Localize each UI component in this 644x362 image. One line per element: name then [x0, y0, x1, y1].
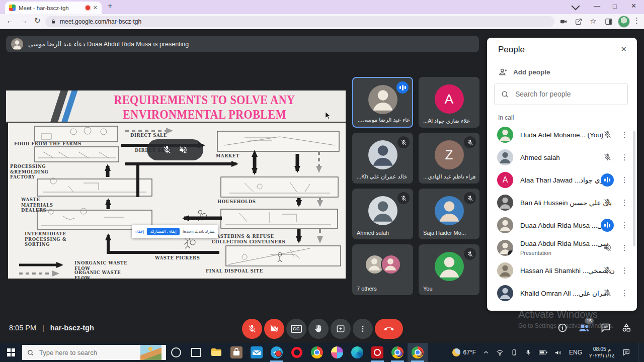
people-search-input[interactable]	[514, 89, 621, 99]
window-close-button[interactable]: ✕	[631, 2, 636, 10]
opera-button[interactable]	[287, 343, 307, 362]
share-icon[interactable]	[575, 18, 583, 26]
acrobat-button[interactable]	[367, 343, 387, 362]
audio-off-icon	[601, 243, 614, 252]
bookmark-star-icon[interactable]: ☆	[590, 17, 596, 26]
mail-button[interactable]	[247, 343, 267, 362]
tile-name: You	[423, 286, 433, 292]
participant-row[interactable]: Duaa Abdul Rida Musa ...سى ⋮	[487, 214, 637, 236]
tab-close-icon[interactable]: ✕	[93, 5, 98, 11]
tray-chevron-icon[interactable]	[483, 349, 489, 355]
row-menu-kebab-icon[interactable]: ⋮	[621, 175, 628, 185]
new-tab-button[interactable]: +	[108, 2, 112, 11]
forward-icon[interactable]: →	[20, 16, 28, 25]
tile-you[interactable]: You	[419, 244, 479, 295]
video-tiles-grid: ...عاء عبد الرضا موسى A ...Al علاء ضاري …	[352, 77, 480, 295]
info-icon[interactable]	[557, 323, 568, 333]
tray-date: ٢٠٢٣/١١/١٤	[589, 352, 615, 359]
tile-zahraa[interactable]: Z ...هراء ناظم عبد الهادي	[419, 133, 479, 184]
browser-menu-kebab-icon[interactable]: ⋮	[633, 16, 640, 25]
reload-icon[interactable]: ↻	[34, 16, 41, 25]
present-button[interactable]	[331, 319, 351, 339]
clock-time: 8:05 PM	[9, 324, 36, 332]
participant-row[interactable]: Ban Ali Hussein بان علي حسين ⋮	[487, 191, 637, 214]
mic-off-icon	[397, 136, 410, 148]
battery-icon[interactable]	[539, 349, 547, 356]
profile-avatar[interactable]	[618, 16, 630, 28]
show-desktop-button[interactable]	[638, 343, 641, 362]
cortana-button[interactable]	[166, 343, 186, 362]
add-people-button[interactable]: Add people	[498, 67, 550, 77]
mic-toggle-button[interactable]	[242, 319, 262, 339]
telegram-button[interactable]	[267, 343, 287, 362]
mic-tray-icon[interactable]	[525, 349, 532, 356]
chrome-active-button[interactable]	[408, 343, 428, 362]
mouse-cursor-icon	[325, 112, 332, 120]
tile-saja[interactable]: Saja Haider Mo...	[419, 189, 479, 239]
weather-widget[interactable]: 67°F	[452, 348, 476, 356]
phone-link-icon[interactable]	[511, 349, 518, 356]
tile-ahmed[interactable]: Ahmed salah	[352, 189, 413, 239]
browser-tab[interactable]: Meet - har-bscz-tgh ✕	[5, 2, 102, 14]
hide-share-bar-link[interactable]: إخفاء	[135, 229, 144, 234]
stop-sharing-button[interactable]: إيقاف المشاركة	[147, 228, 179, 235]
tray-clock[interactable]: 08:05 م ٢٠٢٣/١١/١٤	[589, 346, 615, 359]
chrome-button[interactable]	[307, 343, 327, 362]
task-view-button[interactable]	[186, 343, 206, 362]
side-panel-icon[interactable]	[605, 18, 613, 26]
chat-icon[interactable]	[601, 323, 611, 333]
edge-button[interactable]	[347, 343, 367, 362]
participant-row[interactable]: Ahmed salah ⋮	[487, 146, 637, 168]
volume-icon[interactable]	[554, 349, 562, 356]
weather-icon	[452, 348, 460, 356]
camera-icon[interactable]	[559, 18, 568, 26]
notification-center-button[interactable]	[622, 348, 631, 356]
row-menu-kebab-icon[interactable]: ⋮	[621, 221, 628, 230]
captions-button[interactable]: CC	[286, 319, 306, 339]
participant-row-presentation[interactable]: Duaa Abdul Rida Musa ...سى Presentation …	[487, 236, 637, 259]
store-button[interactable]	[226, 343, 247, 362]
raise-hand-button[interactable]	[308, 319, 329, 339]
camera-toggle-button[interactable]	[264, 319, 284, 339]
chrome-profile2-button[interactable]	[387, 343, 408, 362]
row-menu-kebab-icon[interactable]: ⋮	[621, 289, 628, 298]
end-call-button[interactable]	[375, 319, 403, 339]
participant-name: Duaa Abdul Rida Musa ...سى	[520, 240, 609, 247]
people-panel: People ✕ Add people In call Huda Adel Mo…	[487, 38, 637, 311]
participant-row[interactable]: Hassan Ali Shamkhi ...ن شمخي ⋮	[487, 259, 637, 282]
participant-row[interactable]: A Alaa Thari Jawad ...اري جواد ⋮	[487, 168, 637, 191]
row-menu-kebab-icon[interactable]: ⋮	[621, 153, 628, 162]
back-icon[interactable]: ←	[6, 16, 14, 25]
people-search[interactable]	[494, 83, 628, 105]
participant-row[interactable]: Huda Adel Mohame... (You) ⋮	[487, 123, 637, 146]
file-explorer-button[interactable]	[206, 343, 226, 362]
taskbar-search-input[interactable]	[38, 348, 136, 357]
close-panel-icon[interactable]: ✕	[620, 45, 627, 54]
wifi-icon[interactable]	[496, 349, 504, 356]
participant-row[interactable]: Khalid Omran Ali ...مران علي ⋮	[487, 282, 637, 304]
window-minimize-button[interactable]: —	[594, 2, 600, 10]
people-panel-button[interactable]: 15	[578, 322, 590, 334]
row-menu-kebab-icon[interactable]: ⋮	[621, 130, 628, 139]
more-options-button[interactable]	[353, 319, 373, 339]
taskbar-search[interactable]	[22, 345, 166, 360]
presenting-banner-text: دعاء عبد الرضا موسى Duaa Abdul Rida Musa…	[28, 40, 189, 48]
activities-icon[interactable]	[621, 323, 631, 333]
row-menu-kebab-icon[interactable]: ⋮	[621, 198, 628, 207]
row-menu-kebab-icon[interactable]: ⋮	[621, 266, 628, 275]
profile-badge	[416, 350, 423, 357]
panel-scrollbar[interactable]	[633, 131, 635, 246]
paint3d-button[interactable]	[327, 343, 347, 362]
tile-others[interactable]: 7 others	[352, 244, 413, 295]
tile-duaa[interactable]: ...عاء عبد الرضا موسى	[352, 77, 413, 128]
tile-khalid[interactable]: ...Kh خالد عمران علي	[352, 133, 413, 184]
row-menu-kebab-icon[interactable]: ⋮	[621, 243, 628, 252]
address-bar[interactable]: meet.google.com/har-bscz-tgh	[45, 16, 554, 27]
window-maximize-button[interactable]: □	[613, 3, 617, 10]
language-indicator[interactable]: ENG	[569, 349, 582, 356]
start-button[interactable]	[0, 343, 22, 362]
add-people-label: Add people	[513, 68, 550, 76]
person-add-icon	[498, 67, 508, 77]
tile-alaa[interactable]: A ...Al علاء ضاري جواد	[419, 77, 479, 128]
window-chevron-icon[interactable]	[572, 2, 580, 11]
